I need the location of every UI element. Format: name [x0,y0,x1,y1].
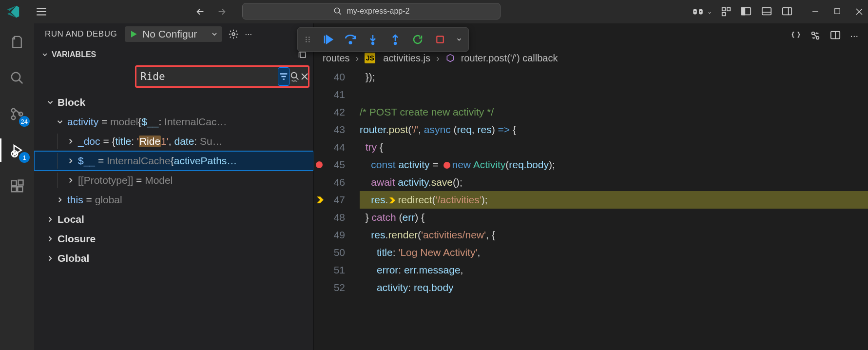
code-editor[interactable]: 40414243444546474849505152 }); /* POST c… [314,68,868,350]
code-line-current: res.redirect('/activities'); [360,191,868,209]
code-line: try { [360,138,868,156]
variables-section-title: VARIABLES [52,50,96,59]
svg-point-22 [372,42,374,44]
drag-handle-icon[interactable] [304,35,312,44]
svg-rect-32 [18,187,22,192]
panel-title: RUN AND DEBUG [45,29,117,39]
svg-rect-31 [12,187,17,192]
copilot-icon[interactable] [692,5,704,18]
more-icon[interactable]: ··· [245,29,252,39]
config-label: No Configur [142,28,197,40]
code-line: /* POST create new activity */ [360,103,868,121]
svg-point-21 [349,41,351,43]
activity-bar: 24 1 [0,23,34,350]
restart-icon[interactable] [411,33,424,46]
line-number: 51 [314,261,345,279]
var-internal-cache[interactable]: $__ = InternalCache {activePaths… [34,151,313,171]
scope-local[interactable]: Local [34,210,313,229]
svg-point-18 [309,37,309,38]
scm-view-icon[interactable]: 24 [9,106,25,122]
var-prototype[interactable]: [[Prototype]] = Model [34,171,313,190]
search-view-icon[interactable] [9,70,25,86]
debug-badge: 1 [19,152,30,163]
svg-rect-5 [722,8,725,11]
breadcrumb-symbol[interactable]: router.post('/') callback [461,53,558,64]
window-maximize-icon[interactable] [834,8,841,16]
svg-rect-10 [762,8,771,15]
compare-icon[interactable] [810,30,821,41]
stop-icon[interactable] [433,33,447,46]
svg-point-23 [394,42,396,44]
scope-block[interactable]: Block [34,93,313,112]
layout-panel-icon[interactable] [761,6,772,17]
line-number: 43 [314,121,345,138]
variables-filter-box [135,65,309,88]
debug-view-icon[interactable]: 1 [9,142,25,158]
svg-point-20 [309,41,309,42]
split-editor-icon[interactable] [829,30,841,41]
command-center-text: my-express-app-2 [347,7,410,16]
run-and-debug-sidebar: RUN AND DEBUG No Configur ··· VARIABLES … [34,23,314,350]
chevron-right-icon: › [356,53,359,64]
line-number: 44 [314,138,345,156]
svg-rect-9 [742,8,745,15]
debug-config-selector[interactable]: No Configur [125,26,222,42]
js-file-icon: JS [365,53,375,63]
breakpoint-icon[interactable] [316,161,323,168]
code-line: activity: req.body [360,279,868,296]
layout-customize-icon[interactable] [721,6,732,17]
chevron-down-icon[interactable]: ⌄ [707,8,712,15]
command-center[interactable]: my-express-app-2 [242,3,501,19]
filter-mode-icon[interactable] [278,67,289,86]
svg-point-19 [309,39,309,40]
layout-sidebar-right-icon[interactable] [781,6,793,17]
debug-toolbar[interactable] [297,27,469,52]
explorer-view-icon[interactable] [9,34,25,50]
svg-point-27 [12,116,16,120]
variables-tree: Block activity = model {$__: InternalCac… [34,93,313,268]
svg-point-25 [12,73,20,81]
scm-badge: 24 [19,116,30,127]
braces-icon[interactable] [791,30,801,41]
nav-forward-icon[interactable] [216,6,227,17]
step-out-icon[interactable] [388,33,402,46]
step-into-icon[interactable] [366,33,380,46]
svg-point-15 [306,37,307,38]
method-icon [445,53,455,63]
svg-rect-33 [19,180,23,185]
fuzzy-search-icon[interactable] [289,67,300,86]
window-close-icon[interactable] [855,8,863,16]
window-minimize-icon[interactable] [811,8,819,16]
step-over-icon[interactable] [344,33,357,46]
menu-icon[interactable] [35,5,47,18]
start-debug-icon[interactable] [129,29,138,39]
chevron-down-icon[interactable] [456,36,463,43]
var-activity[interactable]: activity = model {$__: InternalCac… [34,112,313,132]
var-this[interactable]: this = global [34,190,313,210]
close-icon[interactable] [300,67,309,86]
svg-point-3 [694,11,696,13]
breadcrumb-file[interactable]: activities.js [383,53,430,64]
var-doc[interactable]: _doc = {title: 'Ride 1', date: Su… [34,132,313,151]
code-line: const activity = new Activity(req.body); [360,156,868,174]
chevron-down-icon[interactable] [41,51,49,58]
code-line: } catch (err) { [360,209,868,226]
variables-filter-input[interactable] [136,67,278,86]
chevron-down-icon[interactable] [211,30,218,38]
line-number: 48 [314,209,345,226]
nav-back-icon[interactable] [195,6,206,17]
continue-icon[interactable] [321,33,335,46]
scope-global[interactable]: Global [34,249,313,268]
svg-point-26 [12,109,16,113]
more-icon[interactable]: ··· [850,30,858,41]
line-number: 41 [314,86,345,103]
gear-icon[interactable] [228,29,239,39]
svg-rect-6 [727,8,730,11]
extensions-view-icon[interactable] [9,178,25,194]
scope-closure[interactable]: Closure [34,229,313,249]
inline-breakpoint-icon[interactable] [444,162,450,169]
layout-sidebar-left-icon[interactable] [740,6,752,17]
svg-point-0 [334,8,340,13]
code-line: res.render('activities/new', { [360,226,868,244]
breadcrumb-folder[interactable]: routes [323,53,350,64]
